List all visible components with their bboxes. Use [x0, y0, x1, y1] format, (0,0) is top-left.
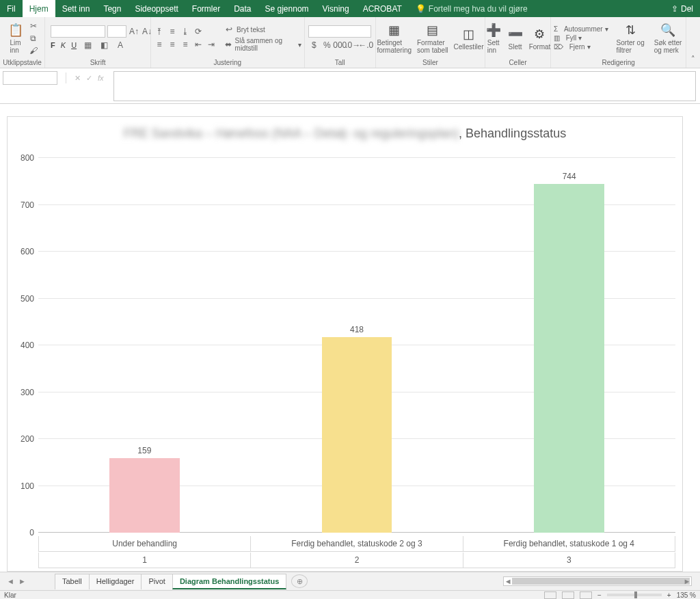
- insert-cells-button[interactable]: ➕Sett inn: [484, 22, 503, 54]
- name-box[interactable]: [3, 71, 57, 85]
- italic-button[interactable]: K: [61, 41, 66, 49]
- delete-icon: ➖: [507, 26, 524, 42]
- tab-settinn[interactable]: Sett inn: [55, 0, 97, 17]
- y-tick: 100: [21, 481, 34, 491]
- format-as-table-button[interactable]: ▤Formater som tabell: [416, 22, 450, 54]
- horizontal-scrollbar[interactable]: ◄ ►: [503, 576, 692, 586]
- align-left-icon[interactable]: ≡: [154, 39, 165, 50]
- enter-formula-icon[interactable]: ✓: [86, 74, 92, 83]
- fill-icon: ▥: [554, 34, 560, 42]
- comma-icon[interactable]: 000: [334, 40, 345, 51]
- number-format-dropdown[interactable]: [308, 25, 371, 38]
- scroll-left-icon[interactable]: ◄: [504, 577, 512, 585]
- underline-button[interactable]: U: [71, 41, 77, 49]
- sheet-tab-diagram-behandlingsstatus[interactable]: Diagram Behandlingsstatus: [172, 574, 286, 589]
- insert-icon: ➕: [485, 22, 502, 38]
- chart-title[interactable]: FRE Sandvika – Hønefoss (NAA – Detalj- o…: [8, 117, 682, 146]
- scroll-thumb[interactable]: [512, 578, 690, 585]
- font-color-icon[interactable]: A: [115, 40, 126, 51]
- fill-button[interactable]: ▥ Fyll▾: [554, 34, 608, 42]
- increase-decimal-icon[interactable]: .0→: [347, 40, 358, 51]
- scroll-right-icon[interactable]: ►: [683, 577, 691, 585]
- font-size-dropdown[interactable]: [107, 25, 126, 38]
- tab-data[interactable]: Data: [227, 0, 258, 17]
- next-sheet-icon[interactable]: ►: [18, 577, 26, 585]
- align-right-icon[interactable]: ≡: [180, 39, 191, 50]
- increase-indent-icon[interactable]: ⇥: [206, 39, 217, 50]
- tab-formler[interactable]: Formler: [185, 0, 227, 17]
- y-tick: 300: [21, 388, 34, 397]
- prev-sheet-icon[interactable]: ◄: [7, 577, 14, 585]
- format-cells-button[interactable]: ⚙Format: [528, 26, 552, 51]
- cell-styles-icon: ◫: [461, 26, 477, 42]
- cell-styles-button[interactable]: ◫Cellestiler: [453, 26, 485, 51]
- clear-button[interactable]: ⌦ Fjern▾: [554, 43, 608, 51]
- collapse-ribbon-button[interactable]: ˄: [686, 17, 700, 68]
- align-top-icon[interactable]: ⭱: [154, 26, 165, 37]
- wrap-text-button[interactable]: ↩Bryt tekst: [224, 24, 301, 35]
- sheet-tab-helligdager[interactable]: Helligdager: [89, 574, 142, 589]
- chart-title-suffix: , Behandlingsstatus: [459, 127, 566, 140]
- bar-2[interactable]: 418: [322, 337, 392, 533]
- percent-icon[interactable]: %: [321, 40, 332, 51]
- tab-fil[interactable]: Fil: [0, 0, 23, 17]
- find-select-button[interactable]: 🔍Søk etter og merk: [653, 22, 684, 54]
- delete-cells-button[interactable]: ➖Slett: [506, 26, 525, 51]
- decrease-decimal-icon[interactable]: ←.0: [360, 40, 371, 51]
- normal-view-button[interactable]: [544, 591, 556, 599]
- fx-icon[interactable]: fx: [98, 74, 104, 82]
- sheet-tab-tabell[interactable]: Tabell: [55, 574, 90, 589]
- orientation-icon[interactable]: ⟳: [193, 26, 204, 37]
- share-label: Del: [681, 4, 693, 14]
- zoom-slider-thumb[interactable]: [634, 591, 637, 598]
- y-tick: 500: [21, 294, 34, 304]
- tab-sideoppsett[interactable]: Sideoppsett: [128, 0, 185, 17]
- zoom-out-button[interactable]: −: [597, 591, 602, 599]
- tab-hjem[interactable]: Hjem: [23, 0, 55, 17]
- category-label: Ferdig behandlet, statuskode 2 og 3: [251, 536, 463, 552]
- bar-1[interactable]: 159: [109, 458, 180, 533]
- chart-object[interactable]: FRE Sandvika – Hønefoss (NAA – Detalj- o…: [7, 116, 683, 572]
- fill-color-icon[interactable]: ◧: [98, 40, 109, 51]
- page-layout-view-button[interactable]: [562, 591, 574, 599]
- zoom-slider[interactable]: [607, 594, 662, 596]
- paste-button[interactable]: 📋 Lim inn: [6, 22, 25, 54]
- plot-area: 159418744: [38, 158, 675, 533]
- tab-tegn[interactable]: Tegn: [96, 0, 128, 17]
- border-icon[interactable]: ▦: [82, 40, 93, 51]
- format-painter-icon[interactable]: 🖌: [28, 45, 39, 56]
- bar-3[interactable]: 744: [534, 184, 604, 533]
- conditional-formatting-button[interactable]: ▦Betinget formatering: [375, 22, 413, 54]
- tab-acrobat[interactable]: ACROBAT: [356, 0, 409, 17]
- align-center-icon[interactable]: ≡: [167, 39, 178, 50]
- group-cells-label: Celler: [488, 57, 548, 68]
- autosum-label: Autosummer: [564, 25, 603, 33]
- share-button[interactable]: ⇪ Del: [664, 0, 700, 17]
- currency-icon[interactable]: $: [308, 40, 319, 51]
- group-font-label: Skrift: [48, 57, 148, 68]
- sheet-tab-pivot[interactable]: Pivot: [141, 574, 172, 589]
- tab-visning[interactable]: Visning: [316, 0, 356, 17]
- align-bottom-icon[interactable]: ⭳: [180, 26, 191, 37]
- cancel-formula-icon[interactable]: ✕: [75, 74, 81, 83]
- merge-center-button[interactable]: ⬌Slå sammen og midtstill▾: [224, 37, 301, 52]
- tell-me-box[interactable]: 💡 Fortell meg hva du vil gjøre: [416, 0, 528, 17]
- autosum-button[interactable]: Σ Autosummer▾: [554, 25, 608, 33]
- formula-input[interactable]: [113, 71, 696, 101]
- eraser-icon: ⌦: [554, 43, 563, 51]
- align-middle-icon[interactable]: ≡: [167, 26, 178, 37]
- cut-icon[interactable]: ✂: [28, 21, 39, 31]
- tab-segjennom[interactable]: Se gjennom: [258, 0, 316, 17]
- page-break-view-button[interactable]: [580, 591, 592, 599]
- category-index: 1: [38, 553, 251, 568]
- sort-filter-button[interactable]: ⇅Sorter og filtrer: [615, 22, 646, 54]
- zoom-in-button[interactable]: +: [667, 591, 671, 599]
- increase-font-icon[interactable]: A↑: [129, 26, 139, 37]
- category-label: Under behandling: [38, 536, 251, 552]
- bar-value-label: 418: [322, 325, 392, 334]
- font-name-dropdown[interactable]: [51, 25, 105, 38]
- decrease-indent-icon[interactable]: ⇤: [193, 39, 204, 50]
- new-sheet-button[interactable]: ⊕: [291, 574, 308, 588]
- copy-icon[interactable]: ⧉: [28, 33, 39, 44]
- bold-button[interactable]: F: [51, 41, 55, 49]
